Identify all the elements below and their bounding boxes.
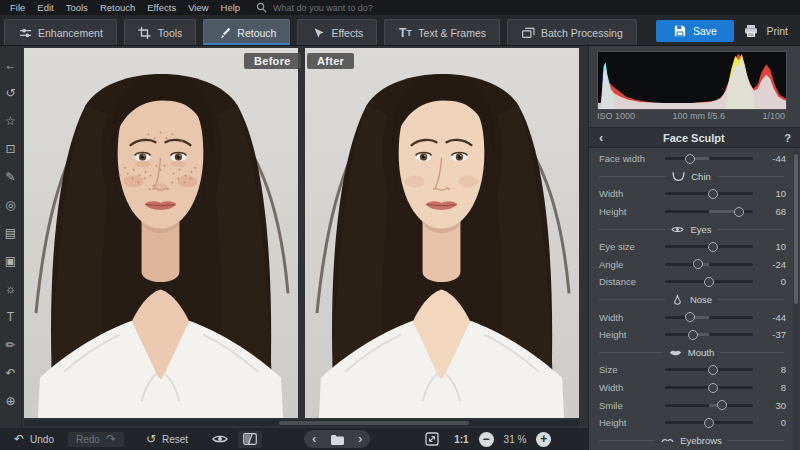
undo-label: Undo <box>30 434 54 445</box>
fit-screen-button[interactable] <box>420 431 444 448</box>
tab-batch-processing[interactable]: Batch Processing <box>507 19 637 45</box>
slider-thumb[interactable] <box>708 365 718 375</box>
crop-tool-icon[interactable]: ⊡ <box>1 135 21 163</box>
lens-value: 100 mm f/5.6 <box>672 111 725 121</box>
menu-item-view[interactable]: View <box>182 2 214 13</box>
slider-thumb[interactable] <box>708 383 718 393</box>
menu-item-file[interactable]: File <box>4 2 31 13</box>
view-original-button[interactable] <box>208 431 232 448</box>
bottom-bar: ↶ Undo Redo ↷ ↺ Reset ‹ › 1:1 − 31 % <box>0 428 588 450</box>
text-tool-icon[interactable]: T <box>1 303 21 331</box>
slider-track[interactable] <box>665 333 753 336</box>
slider-track[interactable] <box>665 263 753 266</box>
brush-tool-icon[interactable]: ✎ <box>1 163 21 191</box>
tab-effects[interactable]: Effects <box>297 19 377 45</box>
slider-track[interactable] <box>665 280 753 283</box>
tab-bar: EnhancementToolsRetouchEffectsTTText & F… <box>0 15 800 46</box>
zoom-in-button[interactable]: + <box>536 432 551 447</box>
scrollbar-thumb[interactable] <box>279 421 469 425</box>
before-badge: Before <box>244 53 301 69</box>
zoom-out-button[interactable]: − <box>479 432 494 447</box>
photo-nav-group: ‹ › <box>304 430 370 448</box>
slider-thumb[interactable] <box>708 189 718 199</box>
panel-scrollbar[interactable] <box>793 150 799 450</box>
menu-item-effects[interactable]: Effects <box>141 2 182 13</box>
redo-button[interactable]: Redo ↷ <box>68 432 124 447</box>
mouth-icon <box>669 347 682 358</box>
slider-thumb[interactable] <box>704 277 714 287</box>
print-button[interactable]: Print <box>744 24 796 38</box>
undo-button[interactable]: ↶ Undo <box>6 432 62 447</box>
slider-value: -24 <box>762 259 786 270</box>
tab-label: Text & Frames <box>418 27 486 39</box>
section-label: Mouth <box>688 347 714 358</box>
slider-thumb[interactable] <box>704 418 714 428</box>
slider-thumb[interactable] <box>717 400 727 410</box>
compare-view-button[interactable] <box>238 431 262 448</box>
slider-thumb[interactable] <box>734 207 744 217</box>
retouch-pen-tool-icon[interactable]: ✏ <box>1 331 21 359</box>
vignette-tool-icon[interactable]: ▣ <box>1 247 21 275</box>
slider-thumb[interactable] <box>685 312 695 322</box>
photo-editor-window: FileEditToolsRetouchEffectsViewHelp Enha… <box>0 0 800 450</box>
canvas-horizontal-scrollbar[interactable] <box>24 420 579 426</box>
slider-value: 10 <box>762 241 786 252</box>
save-button[interactable]: Save <box>656 20 734 42</box>
brightness-tool-icon[interactable]: ☼ <box>1 275 21 303</box>
gradient-tool-icon[interactable]: ▤ <box>1 219 21 247</box>
reset-button[interactable]: ↺ Reset <box>138 432 196 447</box>
next-photo-button[interactable]: › <box>358 432 362 446</box>
slider-track[interactable] <box>665 316 753 319</box>
menu-item-edit[interactable]: Edit <box>31 2 59 13</box>
section-label: Eyes <box>690 224 711 235</box>
slider-thumb[interactable] <box>693 259 703 269</box>
red-eye-tool-icon[interactable]: ↶ <box>1 359 21 387</box>
slider-track[interactable] <box>665 192 753 195</box>
slider-label: Eye size <box>599 241 663 252</box>
before-photo <box>24 48 298 418</box>
tab-tools[interactable]: Tools <box>124 19 197 45</box>
divider <box>718 299 784 300</box>
auto-enhance-tool-icon[interactable]: ☆ <box>1 107 21 135</box>
slider-track[interactable] <box>665 210 753 213</box>
previous-photo-button[interactable]: ‹ <box>312 432 316 446</box>
eye-icon <box>212 434 228 444</box>
panel-scrollbar-thumb[interactable] <box>794 154 798 304</box>
slider-row-height: Height0 <box>589 414 794 432</box>
focus-tool-icon[interactable]: ⊕ <box>1 387 21 415</box>
menu-item-retouch[interactable]: Retouch <box>94 2 141 13</box>
tab-text-frames[interactable]: TTText & Frames <box>384 19 500 45</box>
move-tool-icon[interactable]: ← <box>1 51 21 79</box>
printer-icon <box>744 24 758 38</box>
slider-thumb[interactable] <box>708 242 718 252</box>
search-input[interactable] <box>271 2 425 14</box>
slider-thumb[interactable] <box>688 330 698 340</box>
slider-track[interactable] <box>665 157 753 160</box>
reset-icon: ↺ <box>146 434 156 444</box>
slider-track[interactable] <box>665 421 753 424</box>
histogram-plot <box>598 52 786 109</box>
tab-enhancement[interactable]: Enhancement <box>4 19 117 45</box>
slider-row-width: Width8 <box>589 379 794 397</box>
actual-size-button[interactable]: 1:1 <box>454 434 468 445</box>
panel-help-button[interactable]: ? <box>784 132 791 144</box>
divider <box>717 176 784 177</box>
slider-track[interactable] <box>665 368 753 371</box>
slider-track[interactable] <box>665 386 753 389</box>
slider-thumb[interactable] <box>685 154 695 164</box>
slider-track[interactable] <box>665 245 753 248</box>
menu-item-tools[interactable]: Tools <box>60 2 94 13</box>
menu-item-help[interactable]: Help <box>215 2 247 13</box>
folder-icon[interactable] <box>330 434 344 445</box>
slider-label: Width <box>599 188 663 199</box>
healing-tool-icon[interactable]: ◎ <box>1 191 21 219</box>
tab-label: Effects <box>331 27 363 39</box>
search-box[interactable] <box>256 2 425 14</box>
tab-retouch[interactable]: Retouch <box>203 19 290 45</box>
menu-bar: FileEditToolsRetouchEffectsViewHelp <box>0 0 800 15</box>
panel-title: Face Sculpt <box>603 132 784 144</box>
after-photo <box>305 48 579 418</box>
section-label: Chin <box>691 171 711 182</box>
slider-track[interactable] <box>665 404 753 407</box>
rotate-tool-icon[interactable]: ↺ <box>1 79 21 107</box>
